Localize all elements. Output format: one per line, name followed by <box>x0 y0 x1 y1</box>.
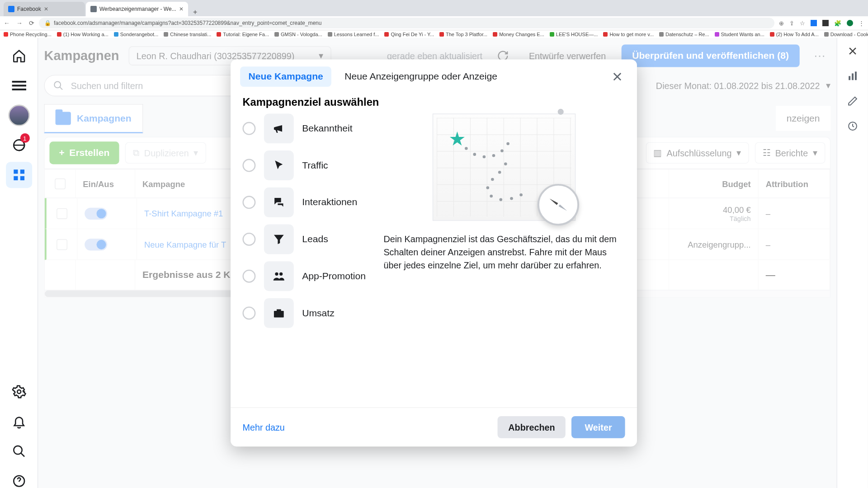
bookmark[interactable]: (1) How Working a... <box>57 32 108 37</box>
bookmark[interactable]: Qing Fei De Yi - Y... <box>384 32 434 37</box>
profile-icon[interactable] <box>847 20 853 26</box>
bookmark[interactable]: Phone Recycling... <box>4 32 52 37</box>
row-toggle[interactable] <box>85 207 107 219</box>
radio[interactable] <box>242 306 255 319</box>
edit-icon[interactable] <box>842 90 863 112</box>
svg-rect-19 <box>274 311 284 317</box>
notifications-icon[interactable] <box>6 408 32 435</box>
attr-cell: – <box>759 198 830 229</box>
avatar[interactable] <box>6 102 32 128</box>
reports-icon: ☷ <box>763 148 770 159</box>
bookmark[interactable]: Chinese translati... <box>164 32 211 37</box>
history-icon[interactable] <box>842 115 863 136</box>
bookmark[interactable]: Download - Cooki... <box>824 32 868 37</box>
goal-awareness[interactable]: Bekanntheit <box>242 113 365 143</box>
tab-title: Werbeanzeigenmanager - We... <box>99 6 176 12</box>
close-icon[interactable] <box>607 66 627 87</box>
url-text: facebook.com/adsmanager/manage/campaigns… <box>54 20 321 26</box>
breakdown-button[interactable]: ▥ Aufschlüsselung ▾ <box>646 142 749 164</box>
goal-engagement[interactable]: Interaktionen <box>242 188 365 217</box>
date-label: Dieser Monat: 01.08.2022 bis 21.08.2022 <box>656 80 820 90</box>
bookmark[interactable]: Lessons Learned f... <box>328 32 379 37</box>
tab-campaigns[interactable]: Kampagnen <box>44 104 143 133</box>
create-button[interactable]: + Erstellen <box>49 141 119 164</box>
ads-manager-icon[interactable] <box>6 162 32 188</box>
charts-icon[interactable] <box>842 66 863 87</box>
campaign-link[interactable]: Neue Kampagne für T <box>144 239 226 249</box>
bookmark[interactable]: Datenschutz – Re... <box>659 32 709 37</box>
bookmark[interactable]: Sonderangebot... <box>114 32 158 37</box>
extensions-icon[interactable]: 🧩 <box>834 20 841 27</box>
publish-button[interactable]: Überprüfen und veröffentlichen (8) <box>622 44 800 67</box>
close-icon[interactable]: ✕ <box>179 6 184 12</box>
home-icon[interactable] <box>6 43 32 69</box>
svg-point-8 <box>17 390 21 394</box>
row-toggle[interactable] <box>85 239 107 250</box>
audiences-icon[interactable] <box>6 132 32 158</box>
reports-button[interactable]: ☷ Berichte ▾ <box>755 142 826 164</box>
campaign-link[interactable]: T-Shirt Kampagne #1 <box>144 209 223 218</box>
help-icon[interactable] <box>6 468 32 488</box>
goal-label: Interaktionen <box>302 197 357 208</box>
bookmark[interactable]: How to get more v... <box>603 32 654 37</box>
goal-app-promotion[interactable]: App-Promotion <box>242 261 365 291</box>
star-icon[interactable]: ☆ <box>800 20 805 27</box>
goal-description: Dein Kampagnenziel ist das Geschäftsziel… <box>383 233 625 272</box>
radio[interactable] <box>242 270 255 283</box>
select-all[interactable] <box>45 169 76 197</box>
more-icon[interactable]: ⋯ <box>809 45 830 66</box>
svg-rect-7 <box>20 176 24 180</box>
svg-rect-2 <box>12 89 26 90</box>
duplicate-button[interactable]: ⧉ Duplizieren ▾ <box>125 142 206 164</box>
next-button[interactable]: Weiter <box>572 416 625 438</box>
menu-icon[interactable]: ⋮ <box>859 20 864 27</box>
bookmark[interactable]: Money Changes E... <box>493 32 544 37</box>
extension-icon[interactable] <box>822 20 829 26</box>
radio[interactable] <box>242 233 255 246</box>
bookmark[interactable]: (2) How To Add A... <box>770 32 819 37</box>
radio[interactable] <box>242 196 255 209</box>
bookmark[interactable]: LEE'S HOUSE—... <box>550 32 598 37</box>
chevron-down-icon: ▾ <box>736 148 741 159</box>
bookmark[interactable]: Tutorial: Eigene Fa... <box>217 32 269 37</box>
learn-more-link[interactable]: Mehr dazu <box>242 422 284 432</box>
header-budget[interactable]: Budget <box>669 169 759 197</box>
browser-tab[interactable]: Werbeanzeigenmanager - We... ✕ <box>86 2 188 16</box>
header-attribution[interactable]: Attribution <box>759 169 830 197</box>
new-tab-button[interactable]: + <box>189 8 202 16</box>
search-icon[interactable] <box>6 438 32 465</box>
menu-icon[interactable] <box>6 72 32 99</box>
cancel-button[interactable]: Abbrechen <box>498 416 566 438</box>
bookmark[interactable]: The Top 3 Platfor... <box>439 32 487 37</box>
radio[interactable] <box>242 159 255 172</box>
fb-extension-icon[interactable] <box>811 20 817 26</box>
close-icon[interactable]: ✕ <box>44 6 48 12</box>
goal-leads[interactable]: Leads <box>242 225 365 254</box>
megaphone-icon <box>264 113 294 143</box>
bookmark[interactable]: Student Wants an... <box>715 32 764 37</box>
close-icon[interactable] <box>842 40 863 61</box>
zoom-icon[interactable]: ⊕ <box>779 20 784 27</box>
radio[interactable] <box>242 122 255 135</box>
svg-point-18 <box>279 272 283 276</box>
share-icon[interactable]: ⇪ <box>789 20 794 27</box>
create-label: Erstellen <box>69 148 109 159</box>
forward-icon[interactable]: → <box>16 19 23 27</box>
goal-traffic[interactable]: Traffic <box>242 150 365 180</box>
row-checkbox[interactable] <box>57 239 67 250</box>
budget-value: Anzeigengrupp... <box>688 239 751 249</box>
bookmark[interactable]: GMSN - Vologda... <box>274 32 322 37</box>
url-input[interactable]: 🔒 facebook.com/adsmanager/manage/campaig… <box>39 18 774 28</box>
svg-point-9 <box>14 446 22 454</box>
date-range[interactable]: Dieser Monat: 01.08.2022 bis 21.08.2022 … <box>656 80 830 91</box>
tab-ads[interactable]: nzeigen <box>776 106 830 131</box>
goal-sales[interactable]: Umsatz <box>242 298 365 328</box>
map-illustration <box>433 113 576 221</box>
browser-tab[interactable]: Facebook ✕ <box>4 2 85 16</box>
modal-tab-new[interactable]: Neue Kampagne <box>240 66 331 87</box>
settings-icon[interactable] <box>6 379 32 405</box>
modal-tab-existing[interactable]: Neue Anzeigengruppe oder Anzeige <box>336 66 506 87</box>
back-icon[interactable]: ← <box>4 19 10 27</box>
row-checkbox[interactable] <box>57 208 67 219</box>
reload-icon[interactable]: ⟳ <box>29 19 34 27</box>
